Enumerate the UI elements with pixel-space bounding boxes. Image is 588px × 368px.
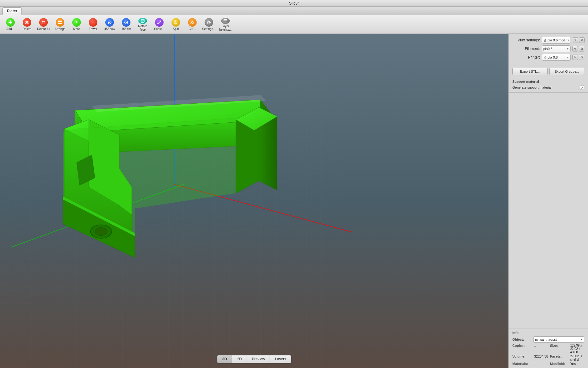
tab-bar: Plater	[0, 7, 588, 15]
filament-copy-btn[interactable]: ⧉	[579, 46, 584, 52]
cut-icon	[188, 18, 197, 27]
object-value: ручка пласт.stl	[535, 338, 580, 341]
info-grid: Copies: 1 Size: 129.99 x 22.02 x 40.00 V…	[512, 344, 584, 366]
svg-rect-2	[60, 21, 62, 22]
size-label: Size:	[550, 344, 568, 354]
more-button[interactable]: + More	[69, 17, 85, 33]
object-field-row: Object: ручка пласт.stl ▼	[512, 336, 584, 343]
filament-edit-btn[interactable]: ✎	[572, 46, 578, 52]
rotate-face-icon	[138, 18, 147, 24]
print-settings-select[interactable]: 🖨 pla 0.6 mod ▼	[542, 37, 571, 44]
view-tabs: 3D 2D Preview Layers	[217, 355, 291, 363]
info-section-title: Info	[512, 331, 584, 335]
layer-heights-icon	[221, 18, 230, 24]
window-title: Slic3r	[289, 1, 299, 6]
svg-text:+: +	[75, 20, 78, 25]
rotate-face-button[interactable]: Rotate face	[135, 17, 151, 33]
cut-button[interactable]: Cut...	[184, 17, 200, 33]
materials-label: Materials:	[512, 362, 532, 366]
materials-value: 1	[534, 362, 548, 366]
filament-select[interactable]: pla0.6 ▼	[542, 45, 571, 52]
add-icon	[6, 18, 15, 27]
info-section: Info Object: ручка пласт.stl ▼ Copies: 1…	[509, 328, 588, 368]
object-input[interactable]: ручка пласт.stl ▼	[533, 336, 584, 343]
object-input-arrow: ▼	[580, 338, 583, 341]
view-tab-2d[interactable]: 2D	[232, 355, 247, 363]
generate-support-row: Generate support material:	[512, 85, 584, 90]
right-panel: Print settings: 🖨 pla 0.6 mod ▼ ✎ ⧉ Fila…	[508, 34, 588, 368]
volume-value: 32204.38	[534, 355, 548, 361]
svg-text:−: −	[92, 20, 94, 25]
settings-button[interactable]: Settings...	[201, 17, 217, 33]
object-label: Object:	[512, 338, 532, 341]
split-button[interactable]: Split	[168, 17, 184, 33]
copies-value: 1	[534, 344, 548, 354]
facets-label: Facets:	[550, 355, 568, 361]
panel-spacer	[509, 93, 588, 328]
more-icon: +	[72, 18, 81, 27]
view-tab-preview[interactable]: Preview	[247, 355, 270, 363]
svg-point-52	[95, 228, 107, 236]
print-settings-edit-btn[interactable]: ✎	[573, 37, 578, 43]
print-settings-copy-btn[interactable]: ⧉	[579, 37, 585, 43]
viewport-3d[interactable]: 3D 2D Preview Layers	[0, 34, 508, 368]
rotate-ccw-button[interactable]: 45° ccw	[102, 17, 118, 33]
svg-rect-0	[42, 21, 45, 24]
size-value: 129.99 x 22.02 x 40.00	[570, 344, 584, 354]
print-settings-row: Print settings: 🖨 pla 0.6 mod ▼ ✎ ⧉	[512, 37, 584, 44]
view-tab-layers[interactable]: Layers	[270, 355, 291, 363]
print-settings-label: Print settings:	[512, 38, 540, 42]
svg-rect-4	[60, 23, 62, 24]
arrange-button[interactable]: Arrange	[52, 17, 68, 33]
export-stl-button[interactable]: Export STL...	[512, 68, 548, 75]
svg-rect-11	[224, 19, 227, 20]
svg-rect-1	[58, 21, 60, 22]
printer-edit-btn[interactable]: ✎	[572, 55, 578, 60]
print-settings-actions: ✎ ⧉	[573, 37, 585, 43]
toolbar: Add... Delete Delete All Arrange + More …	[0, 15, 588, 34]
delete-all-button[interactable]: Delete All	[36, 17, 51, 33]
delete-icon	[23, 18, 31, 27]
filament-arrow: ▼	[567, 48, 569, 50]
title-bar: Slic3r	[0, 0, 588, 7]
printer-copy-btn[interactable]: ⧉	[579, 55, 584, 60]
scale-icon	[155, 18, 164, 27]
manifold-value: Yes	[570, 362, 584, 366]
svg-rect-12	[224, 21, 227, 21]
printer-arrow: ▼	[567, 56, 569, 59]
split-icon	[172, 18, 180, 27]
generate-support-checkbox[interactable]	[580, 86, 584, 90]
printer-select[interactable]: 🖨 pla 0.8 ▼	[542, 54, 571, 61]
svg-rect-13	[224, 22, 227, 22]
facets-value: 27902 (1 shells)	[570, 355, 584, 361]
generate-support-label: Generate support material:	[512, 85, 578, 90]
printer-label: Printer:	[512, 55, 540, 59]
add-button[interactable]: Add...	[2, 17, 18, 33]
filament-value: pla0.6	[543, 47, 565, 51]
print-settings-section: Print settings: 🖨 pla 0.6 mod ▼ ✎ ⧉ Fila…	[509, 34, 588, 66]
object-3d-svg	[15, 58, 322, 273]
svg-rect-3	[58, 23, 60, 24]
view-tab-3d[interactable]: 3D	[217, 355, 232, 363]
copies-label: Copies:	[512, 344, 532, 354]
printer-row: Printer: 🖨 pla 0.8 ▼ ✎ ⧉	[512, 54, 584, 61]
export-gcode-button[interactable]: Export G-code...	[549, 68, 585, 75]
printer-value: pla 0.8	[548, 56, 565, 59]
settings-icon	[205, 18, 213, 27]
filament-label: Filament:	[512, 47, 540, 51]
delete-button[interactable]: Delete	[19, 17, 35, 33]
print-settings-value: pla 0.6 mod	[548, 38, 565, 42]
scale-button[interactable]: Scale...	[151, 17, 167, 33]
arrange-icon	[56, 18, 64, 27]
fewer-button[interactable]: − Fewer	[85, 17, 101, 33]
rotate-cw-button[interactable]: 45° cw	[118, 17, 134, 33]
fewer-icon: −	[89, 18, 97, 27]
layer-heights-button[interactable]: Layer heights...	[217, 17, 233, 33]
volume-label: Volume:	[512, 355, 532, 361]
print-settings-arrow: ▼	[567, 39, 569, 42]
export-buttons: Export STL... Export G-code...	[509, 66, 588, 77]
filament-row: Filament: pla0.6 ▼ ✎ ⧉	[512, 45, 584, 52]
printer-actions: ✎ ⧉	[572, 55, 584, 60]
tab-plater[interactable]: Plater	[2, 7, 22, 15]
rotate-cw-icon	[122, 18, 130, 27]
